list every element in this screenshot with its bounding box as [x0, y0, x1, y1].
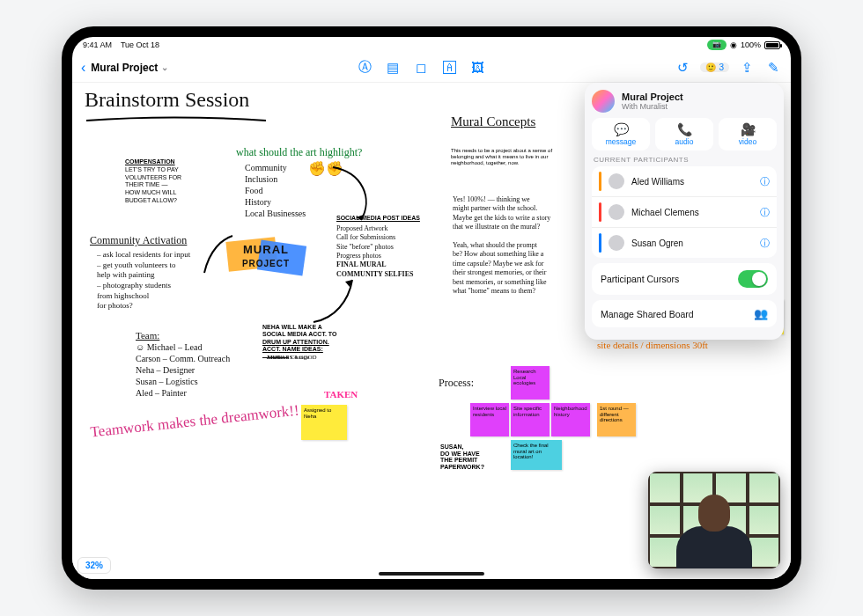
hand-line: best memories, or something like [453, 278, 585, 287]
participant-color [599, 172, 601, 191]
sticky-text: Site specific information [513, 406, 542, 417]
back-button[interactable]: ‹ [81, 60, 85, 76]
share-button[interactable]: ⇪ [738, 59, 756, 77]
facetime-pip[interactable] [648, 472, 780, 568]
avatar-icon [609, 204, 624, 220]
susan-note: SUSAN, DO WE HAVE THE PERMIT PAPERWORK? [440, 444, 511, 471]
manage-board-row[interactable]: Manage Shared Board 👥 [592, 300, 777, 327]
sticky-process[interactable]: Neighborhood history [551, 403, 590, 436]
board-title[interactable]: Mural Project ⌄ [91, 62, 168, 74]
compose-button[interactable]: ✎ [764, 59, 782, 77]
hand-line: be? How about something like a [453, 250, 585, 259]
concepts-hand2: Yeah, what should the prompt be? How abo… [453, 241, 585, 296]
list-item: Aled – Painter [136, 387, 230, 399]
sticky-text: Neighborhood history [554, 406, 587, 417]
neha-line: SOCIAL MEDIA ACCT. TO [262, 331, 377, 338]
susan-line: DO WE HAVE [440, 451, 511, 458]
participant-cursors-row[interactable]: Participant Cursors [592, 263, 777, 295]
sticky-process[interactable]: Site specific information [511, 403, 550, 436]
neha-line: DRUM UP ATTENTION. [262, 339, 377, 346]
process-title: Process: [439, 377, 474, 390]
info-icon[interactable]: ⓘ [760, 206, 770, 219]
pip-person [675, 489, 754, 568]
zoom-badge[interactable]: 32% [77, 557, 111, 574]
heading-underline [85, 116, 269, 125]
mural-logo[interactable]: MURAL PROJECT [222, 234, 310, 287]
activation-list: – ask local residents for input – get yo… [97, 250, 190, 312]
hand-line: that we illustrate on the mural? [453, 223, 585, 231]
cursor-toggle[interactable] [738, 270, 768, 288]
sticky-text: Check the final mural art on location! [513, 443, 549, 459]
text-tool-icon[interactable]: Ⓐ [356, 59, 373, 77]
sticky-note-tool-icon[interactable]: ▤ [384, 59, 402, 77]
media-tool-icon[interactable]: 🖼 [468, 59, 486, 77]
camera-active-pill[interactable]: 📷 [707, 40, 727, 50]
hand-line: their strongest memories, or their [453, 268, 585, 277]
social-block: SOCIAL MEDIA POST IDEAS Proposed Artwork… [336, 215, 433, 223]
concepts-paragraph: This needs to be a project about a sense… [451, 148, 574, 167]
list-item: Proposed Artwork [336, 224, 414, 233]
avatar-icon [609, 173, 624, 189]
message-button[interactable]: 💬message [592, 118, 650, 150]
sticky-process[interactable]: Interview local residents [470, 403, 509, 436]
compensation-line: BUDGET ALLOW? [125, 197, 222, 205]
manage-row-label: Manage Shared Board [601, 309, 694, 319]
text-box-tool-icon[interactable]: 🄰 [440, 59, 458, 77]
sticky-assigned[interactable]: Assigned to Neha [301, 405, 347, 440]
audio-button[interactable]: 📞audio [655, 118, 713, 150]
info-icon[interactable]: ⓘ [760, 175, 770, 188]
team-title: Team: [136, 330, 159, 341]
sticky-process[interactable]: Check the final mural art on location! [511, 440, 562, 470]
highlight-list: Community Inclusion Food History Local B… [245, 162, 306, 219]
participant-color [599, 202, 601, 222]
participants-list: Aled Williams ⓘ Michael Clemens ⓘ Susan … [592, 166, 777, 258]
compensation-line: HOW MUCH WILL [125, 189, 222, 197]
sticky-process[interactable]: 1st round — different directions [597, 403, 636, 436]
neha-line: ACCT. NAME IDEAS: [262, 346, 377, 353]
ipad-device-frame: 9:41 AM Tue Oct 18 📷 ◉ 100% ‹ Mural Proj… [62, 26, 801, 590]
team-block: Team: ☺ Michael – Lead Carson – Comm. Ou… [136, 329, 230, 399]
compensation-block: COMPENSATION LET'S TRY TO PAY VOLUNTEERS… [125, 158, 222, 205]
hand-line: time capsule? Maybe we ask for [453, 260, 585, 268]
home-indicator[interactable] [379, 572, 484, 576]
activation-title: Community Activation [90, 234, 187, 247]
list-item: Site "before" photos [336, 243, 414, 252]
logo-line2: PROJECT [222, 259, 310, 268]
collaborators-button[interactable]: 🙂 3 [700, 62, 729, 72]
list-item: – get youth volunteers to [97, 260, 190, 271]
list-item: help with painting [97, 270, 190, 281]
list-item: for photos? [97, 301, 190, 312]
highlight-title: what should the art highlight? [236, 146, 362, 159]
list-item: COMMUNITY SELFIES [336, 270, 414, 279]
undo-button[interactable]: ↺ [674, 59, 691, 77]
canvas-heading: Brainstorm Session [85, 88, 249, 112]
video-label: video [739, 137, 756, 146]
list-item: Local Businesses [245, 208, 306, 219]
compensation-line: LET'S TRY TO PAY [125, 166, 222, 174]
fist-icon: ✊ [326, 160, 343, 177]
taken-label: TAKEN [324, 389, 358, 400]
avatar-icon: 🙂 [705, 62, 716, 72]
info-icon[interactable]: ⓘ [760, 237, 770, 250]
board-title-text: Mural Project [91, 62, 158, 74]
logo-line1: MURAL [222, 243, 310, 256]
participant-color [599, 233, 601, 253]
list-item: Progress photos [336, 252, 414, 260]
phone-icon: 📞 [655, 122, 713, 136]
battery-icon [764, 41, 780, 49]
participant-row[interactable]: Susan Ogren ⓘ [592, 228, 777, 258]
status-time: 9:41 AM [83, 40, 112, 49]
susan-line: THE PERMIT [440, 457, 511, 464]
compensation-line: VOLUNTEERS FOR [125, 174, 222, 182]
sticky-process[interactable]: Research Local ecologies [511, 366, 550, 400]
manage-icon: 👥 [754, 307, 768, 320]
chevron-down-icon: ⌄ [161, 62, 168, 72]
participant-row[interactable]: Michael Clemens ⓘ [592, 197, 777, 228]
hand-line: Maybe get the kids to write a story [453, 214, 585, 223]
hand-line: Yes! 100%! — thinking we [453, 195, 585, 204]
shape-tool-icon[interactable]: ◻ [412, 59, 430, 77]
participant-row[interactable]: Aled Williams ⓘ [592, 166, 777, 197]
video-button[interactable]: 🎥video [719, 118, 777, 150]
arrow-icon [308, 275, 361, 327]
list-item: History [245, 196, 306, 208]
